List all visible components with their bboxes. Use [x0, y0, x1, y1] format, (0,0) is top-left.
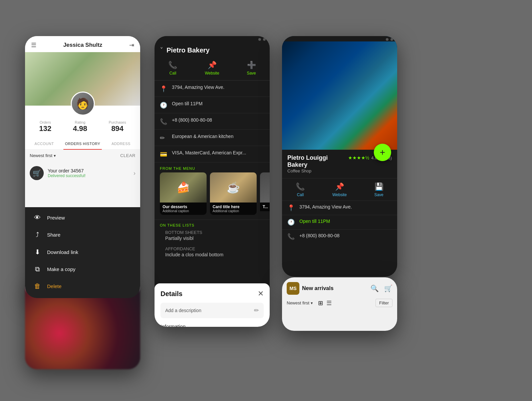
clear-button[interactable]: CLEAR: [120, 153, 136, 158]
rating-stat: Rating 4.98: [73, 120, 87, 133]
account-tabs: ACCOUNT ORDERS HISTORY ADDRESS: [25, 138, 140, 150]
order-row[interactable]: 🛒 Your order 34567 Delivered successful!…: [25, 161, 140, 185]
newest-first-filter[interactable]: Newest first ▾: [30, 153, 56, 158]
filter-button[interactable]: Filter: [375, 299, 392, 307]
menu-delete[interactable]: 🗑 Delete: [25, 278, 140, 295]
website-action[interactable]: 📌 Website: [205, 61, 219, 76]
call-action-2[interactable]: 📞 Call: [296, 182, 305, 197]
on-lists-label: ON THESE LISTS: [160, 223, 264, 227]
newest-first-btn[interactable]: Newest first ▾: [287, 300, 313, 305]
save-action[interactable]: ➕ Save: [247, 61, 256, 76]
delete-label: Delete: [47, 283, 61, 289]
phone-new-arrivals: MS New arrivals 🔍 🛒 Newest first ▾ ⊞ ☰ F…: [282, 277, 397, 331]
tab-address[interactable]: ADDRESS: [102, 138, 140, 149]
add-fab-button[interactable]: +: [374, 144, 391, 161]
website-action-2[interactable]: 📌 Website: [332, 182, 347, 197]
chevron-icon: ▾: [311, 301, 313, 305]
phone1-hero-banner: 🧑: [25, 52, 140, 106]
menu-card-third[interactable]: T...: [260, 172, 270, 215]
clock-icon: 🕐: [160, 102, 167, 109]
add-description-text: Add a description: [165, 308, 201, 313]
rating-value: 4.98: [73, 124, 87, 133]
website-icon-2: 📌: [335, 182, 344, 191]
details-panel: Details ✕ Add a description ✏ Informatio…: [155, 283, 270, 327]
save-label-2: Save: [374, 192, 383, 197]
status-dot-1: [258, 38, 261, 41]
phone-text-2: +8 (800) 800-80-08: [299, 233, 339, 238]
list-view-icon[interactable]: ☰: [326, 299, 332, 307]
call-icon-2: 📞: [296, 182, 305, 191]
store-toolbar: Newest first ▾ ⊞ ☰ Filter: [282, 297, 397, 308]
menu-copy[interactable]: ⧉ Make a copy: [25, 261, 140, 278]
phone-row: 📞 +8 (800) 800-80-08: [155, 113, 270, 130]
copy-label: Make a copy: [47, 266, 75, 272]
address-text: 3794, Amazing View Ave.: [172, 85, 224, 90]
trash-icon: 🗑: [33, 282, 42, 290]
phone2-topbar: ˅ Pietro Bakery: [155, 41, 270, 57]
menu-preview[interactable]: 👁 Preview: [25, 209, 140, 226]
context-menu: 👁 Preview ⤴ Share ⬇ Download link ⧉ Make…: [25, 207, 140, 298]
third-image: [260, 172, 270, 203]
desserts-sub: Additional caption: [163, 209, 204, 213]
menu-card-desserts[interactable]: 🍰 Our desserts Additional caption: [160, 172, 207, 215]
cart-icon[interactable]: 🛒: [384, 284, 392, 292]
details-title: Details: [161, 290, 183, 298]
preview-icon: 👁: [33, 214, 42, 222]
stars-icon: ★★★★½: [348, 155, 369, 160]
call-action[interactable]: 📞 Call: [168, 61, 177, 76]
affordance-label: AFFORDANCE: [160, 245, 264, 252]
purchases-stat: Purchases 894: [109, 120, 126, 133]
menu-download[interactable]: ⬇ Download link: [25, 243, 140, 261]
menu-card-coffee[interactable]: ☕ Card title here Additional caption: [210, 172, 257, 215]
order-chevron-icon: ›: [134, 170, 136, 177]
hero-image: [282, 36, 397, 150]
logout-icon[interactable]: ⇥: [129, 41, 134, 49]
hours-row: 🕐 Open till 11PM: [155, 97, 270, 113]
download-icon: ⬇: [33, 248, 42, 256]
desserts-caption: Our desserts Additional caption: [160, 203, 207, 215]
save-action-2[interactable]: 💾 Save: [374, 182, 383, 197]
phone3-status-bar: [282, 36, 397, 41]
information-label: Information: [161, 322, 264, 327]
pin-icon: 📌: [208, 61, 217, 70]
add-description-row[interactable]: Add a description ✏: [161, 303, 264, 318]
affordance-section: AFFORDANCE Include a clos modal bottom: [155, 244, 270, 260]
grid-view-icon[interactable]: ⊞: [318, 299, 323, 307]
bakery-actions: 📞 Call 📌 Website ➕ Save: [155, 57, 270, 81]
include-text: Include a clos modal bottom: [160, 252, 264, 259]
store-logo: MS: [287, 282, 299, 295]
place-actions: 📞 Call 📌 Website 💾 Save: [282, 178, 397, 201]
details-header: Details ✕: [161, 289, 264, 298]
payment-row: 💳 VISA, MasterCard, American Expr...: [155, 146, 270, 162]
copy-icon: ⧉: [33, 265, 42, 273]
tab-orders-history[interactable]: ORDERS HISTORY: [63, 138, 102, 150]
cuisine-text: European & American kitchen: [172, 134, 233, 139]
preview-label: Preview: [47, 215, 65, 221]
phone1-title: Jessica Shultz: [63, 42, 102, 48]
location-icon: 📍: [160, 85, 167, 93]
share-label: Share: [47, 232, 60, 238]
menu-share[interactable]: ⤴ Share: [25, 226, 140, 243]
back-icon[interactable]: ˅: [160, 46, 163, 54]
close-icon[interactable]: ✕: [258, 289, 264, 298]
status-dot-3: [386, 38, 388, 41]
rating-label: Rating: [73, 120, 87, 124]
order-id: Your order 34567: [48, 168, 129, 173]
partially-visible-text: Partially visibl: [160, 236, 264, 243]
view-toggle: ⊞ ☰: [318, 299, 332, 307]
status-bar: [155, 36, 270, 41]
filter-label: Newest first: [30, 153, 52, 158]
tab-account[interactable]: ACCOUNT: [25, 138, 63, 149]
address-row-2: 📍 3794, Amazing View Ave.: [282, 201, 397, 215]
cuisine-row: ✏ European & American kitchen: [155, 130, 270, 146]
hours-text: Open till 11PM: [172, 101, 203, 106]
download-label: Download link: [47, 249, 78, 255]
third-title: T...: [263, 205, 270, 209]
coffee-title: Card title here: [213, 205, 254, 209]
coffee-caption: Card title here Additional caption: [210, 203, 257, 215]
hamburger-icon[interactable]: ☰: [31, 41, 36, 49]
search-icon[interactable]: 🔍: [370, 284, 379, 292]
orders-label: Orders: [39, 120, 51, 124]
hours-row-2: 🕐 Open till 11PM: [282, 215, 397, 230]
newest-first-label: Newest first: [287, 300, 309, 305]
